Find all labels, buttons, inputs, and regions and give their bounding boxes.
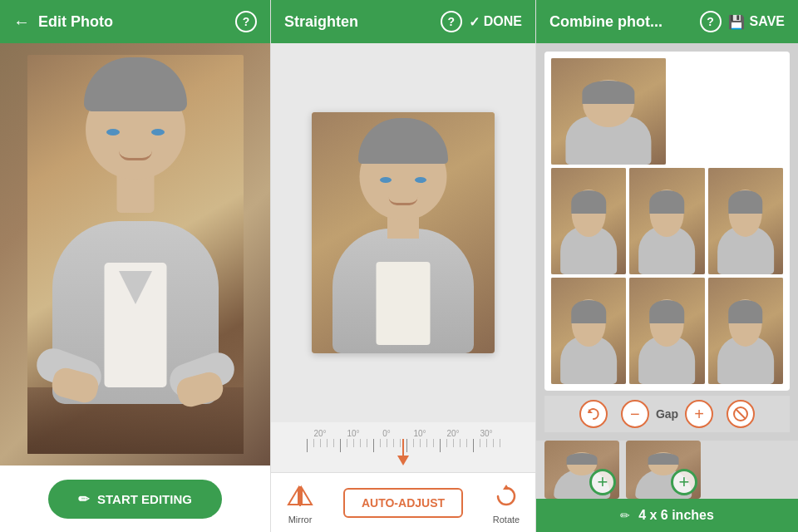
save-button[interactable]: 💾 SAVE (728, 14, 785, 30)
left-header: ← Edit Photo ? (0, 0, 270, 43)
right-grid-area: − Gap + (536, 43, 798, 441)
done-label: DONE (484, 14, 522, 29)
ruler-label-20-pos: 20° (436, 429, 470, 438)
size-text: 4 x 6 inches (638, 508, 714, 523)
ruler-area[interactable]: 20° 10° 0° 10° 20° 30° (271, 422, 535, 472)
middle-photo-person (312, 112, 495, 353)
gap-label: Gap (656, 407, 678, 421)
left-photo-bg (0, 43, 270, 466)
grid-row-3 (551, 278, 783, 384)
svg-marker-0 (288, 488, 298, 505)
no-border-button[interactable] (727, 400, 755, 428)
left-bottom: ✏ START EDITING (0, 466, 270, 532)
gap-plus-button[interactable]: + (685, 400, 713, 428)
add-photo-plus-2[interactable]: + (671, 469, 697, 495)
ruler-numbers: 20° 10° 0° 10° 20° 30° (271, 422, 535, 439)
left-panel: ← Edit Photo ? (0, 0, 270, 532)
grid-row-1 (551, 58, 783, 165)
right-panel: Combine phot... ? 💾 SAVE (536, 0, 798, 532)
size-bar: ✏ 4 x 6 inches (536, 499, 798, 532)
checkmark-icon: ✓ (469, 14, 480, 30)
ruler-label-0: 0° (370, 429, 403, 438)
rotate-icon (491, 481, 521, 511)
ruler-ticks (271, 439, 535, 460)
grid-photo-8[interactable] (708, 278, 783, 384)
done-button[interactable]: ✓ DONE (469, 14, 522, 30)
back-button[interactable]: ← (13, 12, 30, 32)
right-help-icon[interactable]: ? (700, 11, 722, 32)
gap-controls: − Gap + (544, 396, 790, 432)
svg-marker-2 (302, 488, 312, 505)
rotate-label: Rotate (493, 515, 520, 525)
mirror-icon (285, 481, 315, 511)
grid-photo-7[interactable] (629, 278, 704, 384)
save-label: SAVE (750, 14, 785, 29)
add-photo-thumb-2[interactable]: + (626, 441, 701, 499)
left-help-icon[interactable]: ? (235, 11, 257, 32)
right-header: Combine phot... ? 💾 SAVE (536, 0, 798, 43)
right-bottom: + + ✏ 4 x 6 inches (536, 441, 798, 532)
add-photo-plus-1[interactable]: + (589, 469, 616, 495)
grid-photo-1[interactable] (551, 58, 666, 165)
auto-adjust-tool[interactable]: AUTO-ADJUST (343, 488, 463, 518)
save-disk-icon: 💾 (728, 14, 745, 30)
mirror-tool[interactable]: Mirror (285, 481, 315, 525)
auto-adjust-button[interactable]: AUTO-ADJUST (343, 488, 463, 518)
ruler-indicator (397, 439, 409, 466)
photo-grid-card (544, 52, 790, 391)
grid-photo-5[interactable] (708, 168, 783, 274)
left-panel-title: Edit Photo (38, 13, 227, 31)
undo-button[interactable] (579, 400, 608, 428)
middle-toolbar: Mirror AUTO-ADJUST Rotate (271, 472, 535, 532)
grid-row-2 (551, 168, 783, 274)
app-container: ← Edit Photo ? (0, 0, 798, 532)
rotate-tool[interactable]: Rotate (491, 481, 521, 525)
ruler-label-10-neg: 10° (337, 429, 370, 438)
middle-help-icon[interactable]: ? (441, 11, 462, 32)
ruler-label-30-pos: 30° (470, 429, 503, 438)
grid-photo-2-empty (669, 58, 784, 165)
grid-photo-6[interactable] (551, 278, 626, 384)
middle-photo-frame (312, 112, 495, 353)
mirror-label: Mirror (288, 515, 313, 525)
ruler-label-10-pos: 10° (403, 429, 436, 438)
start-editing-label: START EDITING (97, 492, 192, 506)
gap-minus-button[interactable]: − (621, 400, 649, 428)
add-photo-thumb-1[interactable]: + (544, 441, 619, 499)
middle-photo-area (271, 43, 535, 422)
start-editing-button[interactable]: ✏ START EDITING (48, 480, 222, 519)
grid-photo-4[interactable] (629, 168, 704, 274)
right-panel-title: Combine phot... (549, 13, 693, 31)
svg-line-6 (736, 409, 746, 419)
size-edit-icon[interactable]: ✏ (620, 509, 630, 522)
svg-marker-3 (503, 485, 510, 490)
pencil-icon: ✏ (78, 491, 89, 507)
middle-header: Straighten ? ✓ DONE (271, 0, 535, 43)
left-photo-area (0, 43, 270, 466)
add-photos-strip: + + (536, 441, 798, 499)
middle-panel-title: Straighten (284, 13, 434, 31)
ruler-label-20-neg: 20° (303, 429, 337, 438)
grid-photo-3[interactable] (551, 168, 626, 274)
middle-panel: Straighten ? ✓ DONE (270, 0, 536, 532)
